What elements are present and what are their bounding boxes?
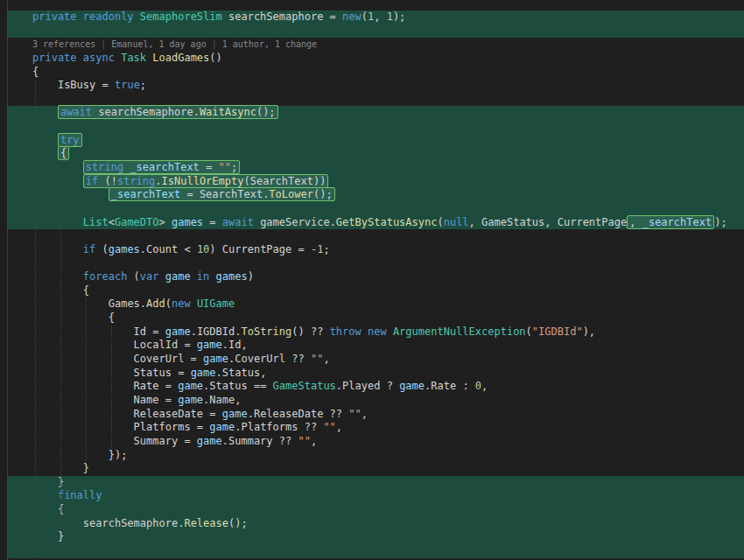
diff-changed-box: { <box>58 146 69 160</box>
code-line[interactable]: }); <box>8 449 744 463</box>
code-line[interactable]: finally <box>8 489 744 503</box>
code-line[interactable]: ReleaseDate = game.ReleaseDate ?? "", <box>8 408 744 422</box>
code-line[interactable]: Name = game.Name, <box>8 394 744 408</box>
code-token: throw new <box>330 326 393 338</box>
code-line[interactable]: foreach (var game in games) <box>8 270 744 284</box>
code-line[interactable]: Games.Add(new UIGame <box>8 298 744 312</box>
code-line[interactable]: Id = game.IGDBId.ToString() ?? throw new… <box>8 326 744 340</box>
code-token: if <box>83 243 102 256</box>
code-token: Platforms <box>134 421 191 433</box>
code-line[interactable]: IsBusy = true; <box>8 79 744 93</box>
code-line[interactable]: Platforms = game.Platforms ?? "", <box>8 421 744 435</box>
code-token: , <box>241 339 247 351</box>
code-token: new <box>172 298 197 310</box>
code-token <box>32 421 134 433</box>
code-token: Count <box>146 243 178 256</box>
code-token: LocalId <box>134 339 179 351</box>
code-line[interactable]: Summary = game.Summary ?? "", <box>8 435 744 449</box>
code-token: private async <box>32 52 121 64</box>
code-token: { <box>60 147 67 159</box>
diff-changed-box: , _searchText <box>627 215 714 229</box>
code-line[interactable]: } <box>8 476 744 490</box>
code-line[interactable] <box>8 544 744 558</box>
code-token: = <box>178 339 197 351</box>
code-line[interactable]: { <box>8 66 744 80</box>
code-line[interactable]: { <box>8 312 744 326</box>
code-token: } <box>32 476 64 488</box>
code-line[interactable]: private readonly SemaphoreSlim searchSem… <box>8 10 744 24</box>
code-token <box>32 216 83 228</box>
code-token: ?? <box>323 408 348 420</box>
code-line[interactable]: private async Task LoadGames() <box>8 52 744 66</box>
code-token: _searchText <box>111 188 180 200</box>
code-line[interactable]: } <box>8 530 744 544</box>
code-token: , <box>361 408 368 420</box>
code-token <box>32 353 134 365</box>
codelens-author[interactable]: Emanuel, 1 day ago <box>111 39 206 49</box>
code-token: ( <box>361 10 368 23</box>
code-line[interactable] <box>8 120 744 134</box>
diff-changed-box: await searchSemaphore.WaitAsync(); <box>58 105 278 119</box>
code-line[interactable]: } <box>8 462 744 476</box>
code-line[interactable]: if (!string.IsNullOrEmpty(SearchText)) <box>8 175 744 189</box>
code-line[interactable]: searchSemaphore.Release(); <box>8 517 744 531</box>
code-token: string <box>117 175 155 187</box>
code-token: : <box>456 380 475 392</box>
code-token: gameService <box>260 216 329 228</box>
code-token: , <box>260 367 266 379</box>
code-token: < <box>178 243 197 256</box>
code-line[interactable]: string _searchText = ""; <box>8 161 744 175</box>
code-token: _searchText <box>130 161 199 173</box>
code-token: = <box>200 161 219 173</box>
code-line[interactable] <box>8 257 744 271</box>
code-area[interactable]: private readonly SemaphoreSlim searchSem… <box>8 0 744 558</box>
code-token: new <box>342 10 361 23</box>
code-token <box>32 106 58 118</box>
code-token: , <box>235 394 241 406</box>
code-token: 10 <box>197 243 209 256</box>
codelens-row[interactable]: 3 references | Emanuel, 1 day ago | 1 au… <box>8 38 744 52</box>
code-token: . <box>155 175 161 187</box>
code-token: "" <box>219 161 231 173</box>
code-line[interactable] <box>8 202 744 216</box>
code-line[interactable]: { <box>8 284 744 298</box>
code-token: = <box>180 188 200 200</box>
codelens-changes[interactable]: 1 author, 1 change <box>222 39 317 49</box>
diff-changed-box: _searchText = SearchText.ToLower(); <box>109 187 335 201</box>
code-line[interactable]: try <box>8 134 744 148</box>
code-token: "" <box>323 421 335 433</box>
code-token: < <box>109 216 115 228</box>
code-line[interactable] <box>8 24 744 38</box>
code-token: == <box>248 380 273 392</box>
code-line[interactable]: { <box>8 503 744 517</box>
code-line[interactable]: List<GameDTO> games = await gameService.… <box>8 216 744 230</box>
code-token: (! <box>104 175 116 187</box>
code-line[interactable]: if (games.Count < 10) CurrentPage = -1; <box>8 243 744 257</box>
code-line[interactable]: CoverUrl = game.CoverUrl ?? "", <box>8 353 744 367</box>
code-line[interactable] <box>8 229 744 243</box>
code-token: = <box>203 408 222 420</box>
codelens-references[interactable]: 3 references <box>32 39 95 49</box>
code-token: = - <box>291 243 317 256</box>
code-token: game <box>197 435 222 447</box>
code-token: Platforms <box>241 421 298 433</box>
code-line[interactable]: await searchSemaphore.WaitAsync(); <box>8 106 744 120</box>
code-token: ; <box>140 79 146 91</box>
code-token: IsNullOrEmpty <box>162 175 244 187</box>
code-token: , <box>629 216 642 228</box>
diff-changed-box: string _searchText = ""; <box>83 160 240 174</box>
code-token: . <box>140 243 146 256</box>
code-editor[interactable]: private readonly SemaphoreSlim searchSem… <box>0 0 744 560</box>
code-token: )) <box>313 175 326 187</box>
code-token: Id <box>228 339 241 351</box>
code-token: , <box>311 435 317 447</box>
code-line[interactable] <box>8 93 744 107</box>
indent-guide <box>35 80 36 560</box>
code-token: , <box>481 380 488 392</box>
code-line[interactable]: { <box>8 147 744 161</box>
code-line[interactable]: _searchText = SearchText.ToLower(); <box>8 188 744 202</box>
code-line[interactable]: Rate = game.Status == GameStatus.Played … <box>8 380 744 394</box>
code-line[interactable]: Status = game.Status, <box>8 367 744 381</box>
code-line[interactable]: LocalId = game.Id, <box>8 339 744 353</box>
code-token: ? <box>380 380 399 392</box>
